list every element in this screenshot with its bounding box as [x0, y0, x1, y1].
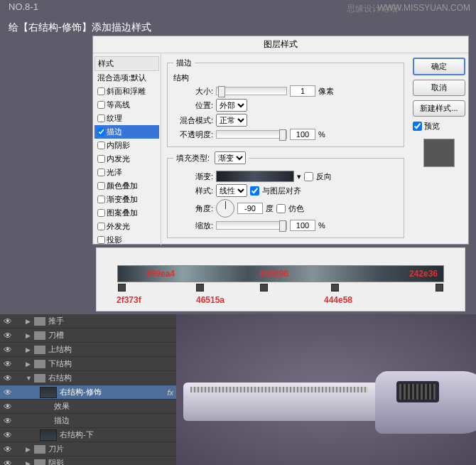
opacity-input[interactable] — [290, 129, 315, 140]
layer-name: 推手 — [48, 316, 64, 326]
visibility-icon[interactable]: 👁 — [3, 430, 13, 440]
style-checkbox[interactable] — [97, 101, 105, 109]
gradient-stop[interactable] — [118, 284, 126, 292]
style-item[interactable]: 光泽 — [94, 166, 159, 179]
style-checkbox[interactable] — [97, 87, 105, 95]
disclosure-icon[interactable]: ▶ — [26, 446, 31, 453]
style-item[interactable]: 斜面和浮雕 — [94, 85, 159, 98]
layer-row[interactable]: 👁▶阴影 — [0, 456, 176, 465]
layer-row[interactable]: 👁▶上结构 — [0, 343, 176, 357]
visibility-icon[interactable]: 👁 — [3, 316, 13, 326]
style-item[interactable]: 等高线 — [94, 98, 159, 112]
reverse-label: 反向 — [316, 171, 332, 182]
gradient-picker[interactable] — [216, 171, 294, 182]
styles-list: 样式 混合选项:默认 斜面和浮雕等高线纹理描边内阴影内发光光泽颜色叠加渐变叠加图… — [93, 53, 161, 245]
style-label: 内阴影 — [107, 140, 130, 151]
layer-row[interactable]: 👁▶刀槽 — [0, 328, 176, 343]
structure-label: 结构 — [173, 73, 398, 83]
reverse-checkbox[interactable] — [304, 172, 313, 181]
gradient-stop[interactable] — [260, 284, 268, 292]
ok-button[interactable]: 确定 — [413, 58, 465, 75]
fill-select[interactable]: 渐变 — [215, 151, 246, 164]
visibility-icon[interactable]: 👁 — [3, 331, 13, 341]
style-item[interactable]: 投影 — [94, 233, 159, 247]
style-item[interactable]: 内阴影 — [94, 139, 159, 152]
style-item[interactable]: 描边 — [94, 125, 159, 139]
layer-row[interactable]: 👁▶推手 — [0, 314, 176, 328]
position-label: 位置: — [173, 100, 213, 111]
position-select[interactable]: 外部 — [216, 99, 247, 112]
layer-thumbnail — [40, 429, 57, 441]
dither-checkbox[interactable] — [276, 204, 286, 213]
visibility-icon[interactable]: 👁 — [3, 402, 13, 412]
angle-dial[interactable] — [216, 199, 234, 218]
style-checkbox[interactable] — [97, 223, 105, 230]
size-slider[interactable] — [216, 87, 287, 95]
knife-grip — [396, 381, 439, 402]
layer-thumbnail — [40, 387, 57, 398]
blend-select[interactable]: 正常 — [216, 114, 247, 127]
layer-row[interactable]: 👁右结构-修饰fx — [0, 385, 176, 400]
blend-label: 混合模式: — [173, 115, 213, 126]
layer-row[interactable]: 👁▶下结构 — [0, 357, 176, 371]
gradient-stop[interactable] — [436, 284, 443, 292]
layer-row[interactable]: 👁▶刀片 — [0, 442, 176, 456]
style-checkbox[interactable] — [97, 236, 105, 244]
visibility-icon[interactable]: 👁 — [3, 416, 13, 426]
style-checkbox[interactable] — [97, 196, 105, 203]
style-checkbox[interactable] — [97, 169, 105, 176]
gradient-stop[interactable] — [196, 284, 204, 292]
visibility-icon[interactable]: 👁 — [3, 388, 13, 397]
disclosure-icon[interactable]: ▶ — [26, 360, 31, 368]
blend-default[interactable]: 混合选项:默认 — [94, 71, 159, 85]
style-item[interactable]: 图案叠加 — [94, 206, 159, 220]
style-checkbox[interactable] — [97, 141, 105, 149]
visibility-icon[interactable]: 👁 — [3, 444, 13, 454]
style-item[interactable]: 纹理 — [94, 112, 159, 125]
style-select[interactable]: 线性 — [216, 184, 247, 197]
visibility-icon[interactable]: 👁 — [3, 373, 13, 383]
fx-badge[interactable]: fx — [167, 388, 173, 397]
stroke-legend: 描边 — [173, 58, 195, 68]
visibility-icon[interactable]: 👁 — [3, 345, 13, 355]
knife-ridge — [190, 387, 368, 392]
style-item[interactable]: 渐变叠加 — [94, 193, 159, 206]
style-label: 图案叠加 — [107, 208, 138, 218]
style-item[interactable]: 内发光 — [94, 152, 159, 166]
disclosure-icon[interactable]: ▶ — [26, 460, 31, 466]
visibility-icon[interactable]: 👁 — [3, 359, 13, 369]
folder-icon — [34, 360, 45, 368]
angle-input[interactable] — [237, 203, 263, 214]
align-checkbox[interactable] — [250, 186, 259, 196]
gradient-bar[interactable]: 899ea4 839296 242e36 — [117, 265, 444, 282]
style-item[interactable]: 外发光 — [94, 220, 159, 233]
disclosure-icon[interactable]: ▶ — [26, 318, 31, 325]
layer-row[interactable]: 👁▼右结构 — [0, 371, 176, 385]
dither-label: 仿色 — [288, 203, 304, 214]
scale-slider[interactable] — [216, 221, 287, 230]
fill-legend: 填充类型: — [176, 154, 210, 162]
gradient-stop[interactable] — [331, 284, 339, 292]
stop-top-0: 899ea4 — [146, 269, 175, 279]
style-checkbox[interactable] — [97, 128, 105, 136]
disclosure-icon[interactable]: ▶ — [26, 332, 31, 339]
chevron-down-icon[interactable]: ▾ — [297, 172, 301, 181]
style-item[interactable]: 颜色叠加 — [94, 179, 159, 193]
preview-checkbox[interactable] — [413, 122, 422, 131]
disclosure-icon[interactable]: ▶ — [26, 346, 31, 353]
size-input[interactable] — [290, 85, 315, 97]
new-style-button[interactable]: 新建样式... — [413, 100, 465, 117]
style-checkbox[interactable] — [97, 209, 105, 217]
visibility-icon[interactable]: 👁 — [3, 459, 13, 466]
style-checkbox[interactable] — [97, 114, 105, 122]
cancel-button[interactable]: 取消 — [413, 80, 465, 96]
layer-row[interactable]: 👁效果 — [0, 400, 176, 414]
layer-row[interactable]: 👁描边 — [0, 414, 176, 428]
style-checkbox[interactable] — [97, 155, 105, 163]
style-checkbox[interactable] — [97, 182, 105, 190]
styles-header[interactable]: 样式 — [94, 56, 159, 71]
disclosure-icon[interactable]: ▼ — [26, 375, 31, 382]
layer-row[interactable]: 👁右结构-下 — [0, 428, 176, 442]
scale-input[interactable] — [290, 220, 315, 231]
opacity-slider[interactable] — [216, 130, 287, 139]
